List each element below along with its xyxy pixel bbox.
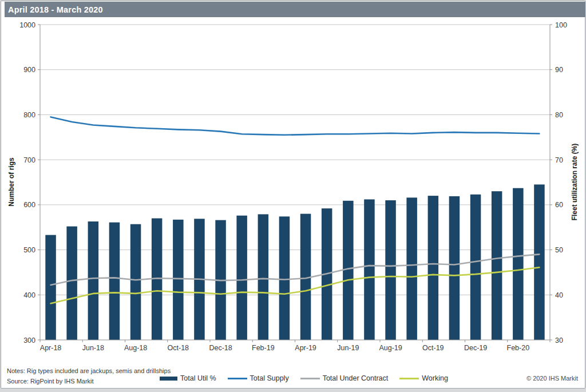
y-left-tick-label: 400 [23, 291, 35, 299]
bar-Oct-19 [428, 196, 439, 340]
legend-item-total-util-: Total Util % [160, 374, 216, 382]
legend-item-working: Working [399, 374, 448, 382]
x-tick-label: Aug-19 [379, 344, 402, 352]
line-total-supply [51, 117, 540, 134]
left-axis-title: Number of rigs [7, 157, 15, 207]
legend-item-total-supply: Total Supply [228, 374, 289, 382]
y-left-tick-label: 500 [23, 246, 35, 254]
chart-legend: Total Util %Total SupplyTotal Under Cont… [160, 374, 448, 383]
y-right-tick-label: 40 [555, 291, 563, 299]
x-tick-label: Jun-19 [337, 344, 359, 352]
right-axis-title: Fleet utilization rate (%) [571, 144, 579, 221]
bar-Oct-18 [173, 220, 184, 340]
bar-Aug-19 [385, 200, 396, 340]
legend-item-total-under-contract: Total Under Contract [300, 374, 389, 382]
bar-Dec-19 [470, 195, 481, 340]
legend-label: Working [422, 374, 448, 382]
legend-label: Total Under Contract [323, 374, 389, 382]
bar-Mar-20 [534, 184, 545, 340]
bar-Jan-19 [236, 216, 247, 340]
bar-Feb-19 [258, 214, 269, 340]
bar-Mar-19 [279, 216, 290, 340]
y-right-tick-label: 70 [555, 156, 563, 164]
bar-May-18 [66, 227, 77, 340]
x-tick-label: Feb-19 [252, 344, 275, 352]
chart-source: Source: RigPoint by IHS Markit [7, 376, 171, 386]
y-right-tick-label: 60 [555, 201, 563, 209]
chart-notes: Notes: Rig types included are jackups, s… [7, 366, 171, 376]
legend-swatch-line-icon [300, 378, 320, 379]
bar-Jul-19 [364, 199, 375, 340]
x-tick-label: Aug-18 [124, 344, 147, 352]
copyright: © 2020 IHS Markit [526, 375, 578, 382]
x-tick-label: Oct-18 [168, 344, 189, 352]
chart-card: April 2018 - March 2020 Number of rigs F… [1, 1, 585, 389]
y-right-tick-label: 100 [555, 21, 567, 29]
bar-Aug-18 [130, 224, 141, 340]
x-tick-label: Dec-18 [209, 344, 232, 352]
y-left-tick-label: 700 [23, 156, 35, 164]
x-tick-label: Apr-18 [40, 344, 62, 352]
x-tick-label: Oct-19 [422, 344, 444, 352]
legend-swatch-line-icon [228, 378, 247, 379]
y-left-tick-label: 800 [23, 111, 35, 119]
y-right-tick-label: 50 [555, 246, 563, 254]
x-tick-label: Dec-19 [464, 344, 487, 352]
bar-Nov-19 [449, 196, 460, 340]
bar-Sep-19 [406, 197, 417, 340]
y-right-tick-label: 80 [555, 111, 563, 119]
y-right-tick-label: 90 [555, 66, 563, 74]
y-left-tick-label: 1000 [19, 21, 35, 29]
bar-Apr-18 [45, 235, 56, 340]
line-working [51, 267, 540, 303]
bar-Jul-18 [109, 223, 120, 340]
x-tick-label: Apr-19 [295, 344, 316, 352]
bar-Feb-20 [513, 188, 524, 340]
line-total-under-contract [51, 254, 540, 285]
x-tick-label: Jun-18 [82, 344, 104, 352]
y-left-tick-label: 600 [23, 201, 35, 209]
y-left-tick-label: 300 [23, 336, 35, 345]
legend-label: Total Supply [250, 374, 289, 382]
x-tick-label: Feb-20 [507, 344, 530, 352]
legend-swatch-bar-icon [160, 377, 177, 381]
bar-Jan-20 [492, 191, 502, 340]
bar-Jun-18 [88, 221, 99, 340]
y-left-tick-label: 900 [23, 66, 35, 74]
y-right-tick-label: 30 [555, 336, 563, 345]
chart-plot-area: Number of rigs Fleet utilization rate (%… [1, 1, 586, 363]
legend-swatch-line-icon [399, 378, 419, 379]
legend-label: Total Util % [180, 374, 216, 382]
